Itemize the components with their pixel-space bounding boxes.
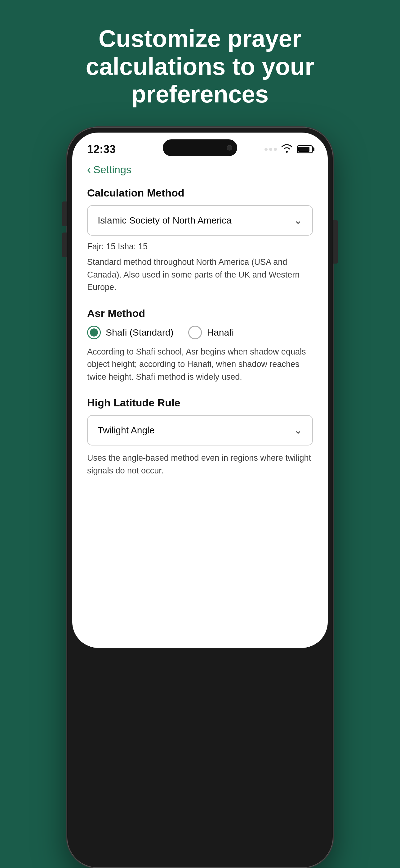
calculation-method-title: Calculation Method: [87, 187, 313, 199]
asr-method-title: Asr Method: [87, 307, 313, 319]
power-button[interactable]: [333, 220, 338, 264]
phone-mockup: 12:33: [61, 127, 339, 868]
phone-screen: 12:33: [72, 132, 328, 648]
phone-frame: 12:33: [67, 127, 333, 868]
app-content: ‹ Settings Calculation Method Islamic So…: [72, 157, 328, 509]
back-chevron-icon: ‹: [87, 164, 91, 176]
status-time: 12:33: [87, 143, 116, 156]
camera-indicator: [227, 145, 232, 151]
status-bar: 12:33: [72, 132, 328, 157]
volume-down-button[interactable]: [62, 232, 67, 257]
asr-hanafi-label: Hanafi: [207, 327, 234, 338]
dynamic-island: [163, 140, 237, 156]
high-latitude-title: High Latitude Rule: [87, 397, 313, 409]
asr-shafi-option[interactable]: Shafi (Standard): [87, 326, 173, 339]
calculation-method-description: Standard method throughout North America…: [87, 256, 313, 294]
signal-icon: [265, 148, 277, 151]
status-icons: [265, 144, 313, 155]
high-latitude-chevron-icon: ⌄: [294, 424, 302, 436]
fajr-isha-info: Fajr: 15 Isha: 15: [87, 242, 313, 251]
high-latitude-value: Twilight Angle: [98, 425, 155, 436]
battery-icon: [297, 145, 313, 153]
high-latitude-dropdown[interactable]: Twilight Angle ⌄: [87, 415, 313, 445]
asr-hanafi-radio[interactable]: [188, 326, 202, 339]
calculation-method-value: Islamic Society of North America: [98, 215, 232, 226]
asr-method-section: Asr Method Shafi (Standard) Hanafi Accor…: [87, 307, 313, 383]
asr-method-radio-group: Shafi (Standard) Hanafi: [87, 326, 313, 339]
asr-method-description: According to Shafi school, Asr begins wh…: [87, 345, 313, 383]
hero-title: Customize prayer calculations to your pr…: [29, 0, 371, 127]
high-latitude-description: Uses the angle-based method even in regi…: [87, 452, 313, 477]
asr-hanafi-option[interactable]: Hanafi: [188, 326, 234, 339]
side-buttons-left: [62, 202, 67, 257]
hero-section: Customize prayer calculations to your pr…: [29, 0, 371, 127]
back-label: Settings: [93, 164, 131, 176]
volume-up-button[interactable]: [62, 202, 67, 226]
wifi-icon: [281, 144, 292, 155]
back-navigation[interactable]: ‹ Settings: [87, 164, 313, 176]
calculation-method-dropdown[interactable]: Islamic Society of North America ⌄: [87, 205, 313, 236]
calculation-method-section: Calculation Method Islamic Society of No…: [87, 187, 313, 294]
high-latitude-section: High Latitude Rule Twilight Angle ⌄ Uses…: [87, 397, 313, 477]
calculation-method-chevron-icon: ⌄: [294, 215, 302, 226]
asr-shafi-label: Shafi (Standard): [106, 327, 173, 338]
asr-shafi-radio[interactable]: [87, 326, 101, 339]
